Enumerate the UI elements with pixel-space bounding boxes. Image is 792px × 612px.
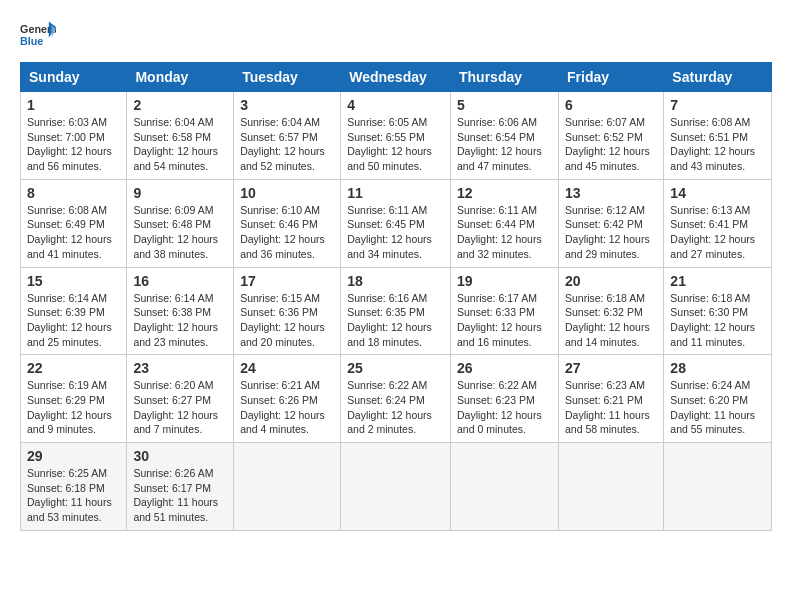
calendar-cell: 29Sunrise: 6:25 AM Sunset: 6:18 PM Dayli… (21, 443, 127, 531)
weekday-header-row: SundayMondayTuesdayWednesdayThursdayFrid… (21, 63, 772, 92)
day-number: 21 (670, 273, 765, 289)
day-info: Sunrise: 6:12 AM Sunset: 6:42 PM Dayligh… (565, 203, 657, 262)
calendar-cell: 26Sunrise: 6:22 AM Sunset: 6:23 PM Dayli… (451, 355, 559, 443)
day-number: 17 (240, 273, 334, 289)
day-info: Sunrise: 6:24 AM Sunset: 6:20 PM Dayligh… (670, 378, 765, 437)
day-info: Sunrise: 6:20 AM Sunset: 6:27 PM Dayligh… (133, 378, 227, 437)
day-number: 28 (670, 360, 765, 376)
day-info: Sunrise: 6:08 AM Sunset: 6:49 PM Dayligh… (27, 203, 120, 262)
calendar-cell: 3Sunrise: 6:04 AM Sunset: 6:57 PM Daylig… (234, 92, 341, 180)
day-number: 19 (457, 273, 552, 289)
calendar-cell: 10Sunrise: 6:10 AM Sunset: 6:46 PM Dayli… (234, 179, 341, 267)
day-info: Sunrise: 6:17 AM Sunset: 6:33 PM Dayligh… (457, 291, 552, 350)
calendar-cell: 13Sunrise: 6:12 AM Sunset: 6:42 PM Dayli… (559, 179, 664, 267)
week-row-3: 15Sunrise: 6:14 AM Sunset: 6:39 PM Dayli… (21, 267, 772, 355)
weekday-wednesday: Wednesday (341, 63, 451, 92)
day-number: 11 (347, 185, 444, 201)
calendar-cell: 14Sunrise: 6:13 AM Sunset: 6:41 PM Dayli… (664, 179, 772, 267)
calendar-cell (341, 443, 451, 531)
day-number: 5 (457, 97, 552, 113)
day-info: Sunrise: 6:25 AM Sunset: 6:18 PM Dayligh… (27, 466, 120, 525)
day-number: 15 (27, 273, 120, 289)
logo: GeneralBlue (20, 18, 62, 54)
calendar-cell: 27Sunrise: 6:23 AM Sunset: 6:21 PM Dayli… (559, 355, 664, 443)
calendar-cell: 9Sunrise: 6:09 AM Sunset: 6:48 PM Daylig… (127, 179, 234, 267)
day-info: Sunrise: 6:18 AM Sunset: 6:30 PM Dayligh… (670, 291, 765, 350)
calendar-cell (451, 443, 559, 531)
weekday-tuesday: Tuesday (234, 63, 341, 92)
day-info: Sunrise: 6:03 AM Sunset: 7:00 PM Dayligh… (27, 115, 120, 174)
calendar-cell: 1Sunrise: 6:03 AM Sunset: 7:00 PM Daylig… (21, 92, 127, 180)
day-info: Sunrise: 6:09 AM Sunset: 6:48 PM Dayligh… (133, 203, 227, 262)
day-info: Sunrise: 6:23 AM Sunset: 6:21 PM Dayligh… (565, 378, 657, 437)
day-info: Sunrise: 6:10 AM Sunset: 6:46 PM Dayligh… (240, 203, 334, 262)
day-number: 30 (133, 448, 227, 464)
calendar-cell: 6Sunrise: 6:07 AM Sunset: 6:52 PM Daylig… (559, 92, 664, 180)
calendar-cell (664, 443, 772, 531)
day-number: 14 (670, 185, 765, 201)
day-number: 8 (27, 185, 120, 201)
day-number: 1 (27, 97, 120, 113)
week-row-5: 29Sunrise: 6:25 AM Sunset: 6:18 PM Dayli… (21, 443, 772, 531)
day-info: Sunrise: 6:07 AM Sunset: 6:52 PM Dayligh… (565, 115, 657, 174)
day-info: Sunrise: 6:04 AM Sunset: 6:58 PM Dayligh… (133, 115, 227, 174)
calendar-cell: 17Sunrise: 6:15 AM Sunset: 6:36 PM Dayli… (234, 267, 341, 355)
calendar-cell: 2Sunrise: 6:04 AM Sunset: 6:58 PM Daylig… (127, 92, 234, 180)
day-number: 2 (133, 97, 227, 113)
svg-text:Blue: Blue (20, 35, 43, 47)
day-info: Sunrise: 6:22 AM Sunset: 6:23 PM Dayligh… (457, 378, 552, 437)
calendar-cell: 16Sunrise: 6:14 AM Sunset: 6:38 PM Dayli… (127, 267, 234, 355)
day-number: 20 (565, 273, 657, 289)
calendar-cell: 15Sunrise: 6:14 AM Sunset: 6:39 PM Dayli… (21, 267, 127, 355)
calendar-cell: 24Sunrise: 6:21 AM Sunset: 6:26 PM Dayli… (234, 355, 341, 443)
day-number: 3 (240, 97, 334, 113)
calendar-cell: 25Sunrise: 6:22 AM Sunset: 6:24 PM Dayli… (341, 355, 451, 443)
calendar-table: SundayMondayTuesdayWednesdayThursdayFrid… (20, 62, 772, 531)
calendar-cell: 23Sunrise: 6:20 AM Sunset: 6:27 PM Dayli… (127, 355, 234, 443)
day-info: Sunrise: 6:21 AM Sunset: 6:26 PM Dayligh… (240, 378, 334, 437)
day-info: Sunrise: 6:26 AM Sunset: 6:17 PM Dayligh… (133, 466, 227, 525)
day-number: 26 (457, 360, 552, 376)
day-info: Sunrise: 6:04 AM Sunset: 6:57 PM Dayligh… (240, 115, 334, 174)
page-header: GeneralBlue (0, 0, 792, 62)
calendar-container: SundayMondayTuesdayWednesdayThursdayFrid… (0, 62, 792, 531)
day-number: 22 (27, 360, 120, 376)
day-info: Sunrise: 6:11 AM Sunset: 6:45 PM Dayligh… (347, 203, 444, 262)
calendar-cell: 30Sunrise: 6:26 AM Sunset: 6:17 PM Dayli… (127, 443, 234, 531)
day-number: 29 (27, 448, 120, 464)
day-number: 9 (133, 185, 227, 201)
day-number: 25 (347, 360, 444, 376)
day-info: Sunrise: 6:15 AM Sunset: 6:36 PM Dayligh… (240, 291, 334, 350)
calendar-cell: 8Sunrise: 6:08 AM Sunset: 6:49 PM Daylig… (21, 179, 127, 267)
week-row-1: 1Sunrise: 6:03 AM Sunset: 7:00 PM Daylig… (21, 92, 772, 180)
day-info: Sunrise: 6:11 AM Sunset: 6:44 PM Dayligh… (457, 203, 552, 262)
calendar-cell: 20Sunrise: 6:18 AM Sunset: 6:32 PM Dayli… (559, 267, 664, 355)
logo-icon: GeneralBlue (20, 18, 56, 54)
day-number: 23 (133, 360, 227, 376)
day-info: Sunrise: 6:14 AM Sunset: 6:39 PM Dayligh… (27, 291, 120, 350)
day-info: Sunrise: 6:13 AM Sunset: 6:41 PM Dayligh… (670, 203, 765, 262)
day-info: Sunrise: 6:06 AM Sunset: 6:54 PM Dayligh… (457, 115, 552, 174)
weekday-friday: Friday (559, 63, 664, 92)
weekday-sunday: Sunday (21, 63, 127, 92)
day-number: 12 (457, 185, 552, 201)
day-info: Sunrise: 6:19 AM Sunset: 6:29 PM Dayligh… (27, 378, 120, 437)
week-row-2: 8Sunrise: 6:08 AM Sunset: 6:49 PM Daylig… (21, 179, 772, 267)
calendar-cell: 19Sunrise: 6:17 AM Sunset: 6:33 PM Dayli… (451, 267, 559, 355)
day-number: 4 (347, 97, 444, 113)
calendar-cell: 12Sunrise: 6:11 AM Sunset: 6:44 PM Dayli… (451, 179, 559, 267)
day-info: Sunrise: 6:22 AM Sunset: 6:24 PM Dayligh… (347, 378, 444, 437)
calendar-cell: 5Sunrise: 6:06 AM Sunset: 6:54 PM Daylig… (451, 92, 559, 180)
day-number: 13 (565, 185, 657, 201)
week-row-4: 22Sunrise: 6:19 AM Sunset: 6:29 PM Dayli… (21, 355, 772, 443)
day-number: 16 (133, 273, 227, 289)
calendar-header: SundayMondayTuesdayWednesdayThursdayFrid… (21, 63, 772, 92)
calendar-cell (559, 443, 664, 531)
weekday-monday: Monday (127, 63, 234, 92)
calendar-cell: 21Sunrise: 6:18 AM Sunset: 6:30 PM Dayli… (664, 267, 772, 355)
weekday-saturday: Saturday (664, 63, 772, 92)
calendar-cell: 11Sunrise: 6:11 AM Sunset: 6:45 PM Dayli… (341, 179, 451, 267)
calendar-cell: 28Sunrise: 6:24 AM Sunset: 6:20 PM Dayli… (664, 355, 772, 443)
day-info: Sunrise: 6:14 AM Sunset: 6:38 PM Dayligh… (133, 291, 227, 350)
day-number: 10 (240, 185, 334, 201)
